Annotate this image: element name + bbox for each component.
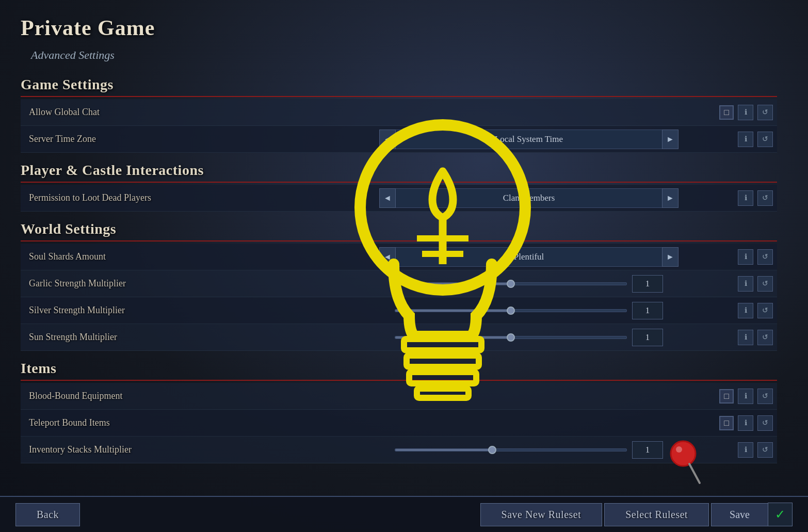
row-teleport-bound: Teleport Bound Items □ ℹ ↺ xyxy=(21,410,777,437)
save-checkmark[interactable]: ✓ xyxy=(768,503,793,526)
reset-allow-global-chat[interactable]: ↺ xyxy=(757,105,773,120)
row-garlic-strength: Garlic Strength Multiplier 1 ℹ ↺ xyxy=(21,270,777,297)
label-sun-strength: Sun Strength Multiplier xyxy=(21,332,320,343)
reset-sun-strength[interactable]: ↺ xyxy=(757,330,773,345)
control-soul-shards: ◄ Plentiful ► xyxy=(320,247,738,267)
arrow-left-server-time-zone[interactable]: ◄ xyxy=(379,130,396,149)
reset-silver-strength[interactable]: ↺ xyxy=(757,303,773,318)
actions-teleport-bound: □ ℹ ↺ xyxy=(719,415,777,431)
info-garlic-strength[interactable]: ℹ xyxy=(738,276,753,292)
label-blood-bound: Blood-Bound Equipment xyxy=(21,391,320,401)
label-inventory-stacks: Inventory Stacks Multiplier xyxy=(21,444,320,455)
arrow-selector-permission-loot: ◄ Clan Members ► xyxy=(379,188,678,208)
info-permission-loot[interactable]: ℹ xyxy=(738,190,753,206)
row-server-time-zone: Server Time Zone ◄ Local System Time ► ℹ… xyxy=(21,126,777,153)
section-world-settings: World Settings xyxy=(21,212,777,241)
slider-thumb-inventory[interactable] xyxy=(488,446,496,454)
arrow-selector-soul-shards: ◄ Plentiful ► xyxy=(379,247,678,267)
slider-track-garlic[interactable] xyxy=(395,282,627,285)
slider-track-sun[interactable] xyxy=(395,336,627,339)
control-sun-strength: 1 xyxy=(320,329,738,346)
slider-fill-garlic xyxy=(395,283,511,285)
slider-fill-silver xyxy=(395,310,511,312)
arrow-selector-server-time-zone: ◄ Local System Time ► xyxy=(379,130,678,149)
label-silver-strength: Silver Strength Multiplier xyxy=(21,305,320,316)
row-inventory-stacks: Inventory Stacks Multiplier 1 ℹ ↺ xyxy=(21,437,777,463)
row-allow-global-chat: Allow Global Chat □ ℹ ↺ xyxy=(21,99,777,126)
slider-sun-strength: 1 xyxy=(395,329,663,346)
slider-inventory-stacks: 1 xyxy=(395,441,663,459)
arrow-left-permission-loot[interactable]: ◄ xyxy=(379,188,396,208)
info-silver-strength[interactable]: ℹ xyxy=(738,303,753,318)
slider-thumb-silver[interactable] xyxy=(507,307,515,315)
bottom-right-buttons: Save New Ruleset Select Ruleset Save ✓ xyxy=(480,503,793,526)
label-soul-shards: Soul Shards Amount xyxy=(21,251,320,262)
slider-value-silver: 1 xyxy=(632,302,663,319)
checkbox-blood-bound[interactable]: □ xyxy=(719,389,734,404)
save-button[interactable]: Save xyxy=(711,503,768,526)
advanced-settings-label: Advanced Settings xyxy=(0,45,808,67)
section-game-settings: Game Settings xyxy=(21,67,777,97)
arrow-right-server-time-zone[interactable]: ► xyxy=(662,130,678,149)
info-server-time-zone[interactable]: ℹ xyxy=(738,132,753,147)
actions-server-time-zone: ℹ ↺ xyxy=(738,132,777,147)
main-container: Private Game Advanced Settings Game Sett… xyxy=(0,0,808,532)
reset-inventory-stacks[interactable]: ↺ xyxy=(757,442,773,458)
slider-track-inventory[interactable] xyxy=(395,448,627,452)
arrow-right-permission-loot[interactable]: ► xyxy=(662,188,678,208)
actions-permission-loot: ℹ ↺ xyxy=(738,190,777,206)
info-sun-strength[interactable]: ℹ xyxy=(738,330,753,345)
info-teleport-bound[interactable]: ℹ xyxy=(738,415,753,431)
reset-teleport-bound[interactable]: ↺ xyxy=(757,415,773,431)
bottom-bar: Back Save New Ruleset Select Ruleset Sav… xyxy=(0,496,808,532)
slider-value-inventory: 1 xyxy=(632,441,663,459)
save-button-wrapper: Save ✓ xyxy=(711,503,793,526)
slider-silver-strength: 1 xyxy=(395,302,663,319)
slider-fill-sun xyxy=(395,336,511,338)
reset-server-time-zone[interactable]: ↺ xyxy=(757,132,773,147)
select-ruleset-button[interactable]: Select Ruleset xyxy=(604,503,709,526)
value-server-time-zone: Local System Time xyxy=(396,130,662,149)
back-button[interactable]: Back xyxy=(15,503,80,526)
control-server-time-zone: ◄ Local System Time ► xyxy=(320,130,738,149)
info-allow-global-chat[interactable]: ℹ xyxy=(738,105,753,120)
row-permission-loot: Permission to Loot Dead Players ◄ Clan M… xyxy=(21,185,777,212)
scroll-area[interactable]: Game Settings Allow Global Chat □ ℹ ↺ Se… xyxy=(0,67,808,496)
row-soul-shards: Soul Shards Amount ◄ Plentiful ► ℹ ↺ xyxy=(21,244,777,270)
slider-thumb-sun[interactable] xyxy=(507,333,515,342)
label-server-time-zone: Server Time Zone xyxy=(21,134,320,144)
value-permission-loot: Clan Members xyxy=(396,188,662,208)
arrow-left-soul-shards[interactable]: ◄ xyxy=(379,247,396,267)
actions-sun-strength: ℹ ↺ xyxy=(738,330,777,345)
value-soul-shards: Plentiful xyxy=(396,247,662,267)
control-inventory-stacks: 1 xyxy=(320,441,738,459)
checkbox-teleport-bound[interactable]: □ xyxy=(719,416,734,430)
row-sun-strength: Sun Strength Multiplier 1 ℹ ↺ xyxy=(21,324,777,351)
slider-track-silver[interactable] xyxy=(395,309,627,312)
slider-fill-inventory xyxy=(395,449,492,451)
page-title: Private Game xyxy=(0,10,808,45)
info-blood-bound[interactable]: ℹ xyxy=(738,389,753,404)
control-permission-loot: ◄ Clan Members ► xyxy=(320,188,738,208)
section-player-castle: Player & Castle Interactions xyxy=(21,153,777,183)
reset-garlic-strength[interactable]: ↺ xyxy=(757,276,773,292)
slider-value-sun: 1 xyxy=(632,329,663,346)
actions-garlic-strength: ℹ ↺ xyxy=(738,276,777,292)
info-soul-shards[interactable]: ℹ xyxy=(738,249,753,265)
slider-garlic-strength: 1 xyxy=(395,275,663,293)
actions-silver-strength: ℹ ↺ xyxy=(738,303,777,318)
label-permission-loot: Permission to Loot Dead Players xyxy=(21,192,320,203)
reset-permission-loot[interactable]: ↺ xyxy=(757,190,773,206)
actions-allow-global-chat: □ ℹ ↺ xyxy=(719,105,777,120)
slider-value-garlic: 1 xyxy=(632,275,663,293)
reset-blood-bound[interactable]: ↺ xyxy=(757,389,773,404)
label-allow-global-chat: Allow Global Chat xyxy=(21,107,320,118)
checkbox-allow-global-chat[interactable]: □ xyxy=(719,105,734,120)
info-inventory-stacks[interactable]: ℹ xyxy=(738,442,753,458)
actions-inventory-stacks: ℹ ↺ xyxy=(738,442,777,458)
row-silver-strength: Silver Strength Multiplier 1 ℹ ↺ xyxy=(21,297,777,324)
save-new-ruleset-button[interactable]: Save New Ruleset xyxy=(480,503,603,526)
arrow-right-soul-shards[interactable]: ► xyxy=(662,247,678,267)
reset-soul-shards[interactable]: ↺ xyxy=(757,249,773,265)
slider-thumb-garlic[interactable] xyxy=(507,280,515,288)
